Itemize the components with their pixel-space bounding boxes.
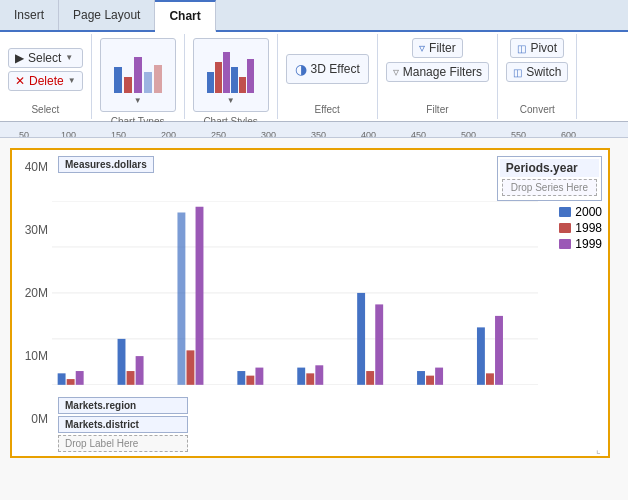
chart-bottom-labels: Markets.region Markets.district Drop Lab… [52, 393, 608, 456]
select-group-label: Select [31, 100, 59, 115]
ribbon-group-convert: ◫ Pivot ◫ Switch Convert [498, 34, 577, 119]
effect-group-label: Effect [314, 100, 339, 115]
legend-color-1999 [559, 239, 571, 249]
chart-container[interactable]: 40M 30M 20M 10M 0M Measures.dollars Peri… [10, 148, 610, 458]
ruler-mark-250: 250 [211, 130, 226, 139]
svg-rect-6 [215, 62, 222, 93]
legend-item-1999: 1999 [559, 237, 602, 251]
select-btn-col: ▶ Select ▼ ✕ Delete ▼ [8, 48, 83, 91]
svg-rect-5 [207, 72, 214, 93]
tab-page-layout[interactable]: Page Layout [59, 0, 155, 30]
svg-rect-31 [357, 293, 365, 385]
chart-styles-svg [204, 47, 258, 93]
chart-type-icon [111, 45, 165, 93]
ruler-mark-400: 400 [361, 130, 376, 139]
legend-item-1998: 1998 [559, 221, 602, 235]
effect-3d-button[interactable]: ◑ 3D Effect [286, 54, 369, 84]
svg-rect-1 [124, 77, 132, 93]
svg-rect-19 [118, 339, 126, 385]
resize-handle[interactable]: ⌞ [596, 444, 606, 454]
svg-rect-8 [231, 67, 238, 93]
select-dropdown-arrow: ▼ [65, 53, 73, 62]
svg-rect-7 [223, 52, 230, 93]
manage-filter-icon: ▿ [393, 65, 399, 79]
filter-icon: ▿ [419, 41, 425, 55]
svg-rect-29 [306, 373, 314, 384]
x-label-1: CENTRAL REGION-2 DISTRICT [143, 385, 151, 393]
svg-rect-30 [315, 365, 323, 385]
chart-main: Measures.dollars Periods.year Drop Serie… [52, 150, 608, 456]
switch-button[interactable]: ◫ Switch [506, 62, 568, 82]
ruler-mark-200: 200 [161, 130, 176, 139]
y-label-20m: 20M [25, 286, 48, 300]
legend-color-1998 [559, 223, 571, 233]
svg-rect-32 [366, 371, 374, 385]
svg-rect-39 [495, 316, 503, 385]
ruler-mark-50: 50 [19, 130, 29, 139]
pivot-button[interactable]: ◫ Pivot [510, 38, 564, 58]
tab-bar: Insert Page Layout Chart [0, 0, 628, 32]
markets-region-label: Markets.region [58, 397, 188, 414]
switch-icon: ◫ [513, 67, 522, 78]
ruler-mark-300: 300 [261, 130, 276, 139]
legend-item-2000: 2000 [559, 205, 602, 219]
3d-icon: ◑ [295, 61, 307, 77]
ruler-mark-550: 550 [511, 130, 526, 139]
svg-rect-16 [58, 373, 66, 384]
drop-series-zone[interactable]: Drop Series Here [502, 179, 597, 196]
markets-district-label: Markets.district [58, 416, 188, 433]
chart-types-button[interactable]: ▼ [100, 38, 176, 112]
legend-label-1998: 1998 [575, 221, 602, 235]
filter-content: ▿ Filter ▿ Manage Filters [386, 38, 489, 100]
y-label-0m: 0M [31, 412, 48, 426]
ribbon: ▶ Select ▼ ✕ Delete ▼ Select [0, 32, 628, 122]
bar-chart-icon-svg [111, 47, 165, 93]
y-label-30m: 30M [25, 223, 48, 237]
ruler-mark-100: 100 [61, 130, 76, 139]
svg-rect-24 [196, 207, 204, 385]
ribbon-group-filter: ▿ Filter ▿ Manage Filters Filter [378, 34, 498, 119]
bars-svg [52, 201, 538, 385]
filter-button[interactable]: ▿ Filter [412, 38, 463, 58]
drop-label-zone[interactable]: Drop Label Here [58, 435, 188, 452]
chart-styles-button[interactable]: ▼ [193, 38, 269, 112]
x-label-3: EASTERN DISTRICT [265, 385, 273, 393]
svg-rect-33 [375, 304, 383, 384]
period-box[interactable]: Periods.year Drop Series Here [497, 156, 602, 201]
svg-rect-38 [486, 373, 494, 384]
tab-chart[interactable]: Chart [155, 0, 215, 32]
period-label: Periods.year [500, 159, 599, 177]
y-label-10m: 10M [25, 349, 48, 363]
tab-insert[interactable]: Insert [0, 0, 59, 30]
ribbon-group-chart-styles: ▼ Chart Styles [185, 34, 278, 119]
x-label-6: SOUTHERN REGION-JACKSONVILLE DISTRICT [447, 385, 455, 393]
manage-filters-button[interactable]: ▿ Manage Filters [386, 62, 489, 82]
ruler: 50 100 150 200 250 300 350 400 450 500 5… [0, 122, 628, 138]
chart-area: 40M 30M 20M 10M 0M Measures.dollars Peri… [0, 138, 628, 500]
ribbon-group-chart-types: ▼ Chart Types [92, 34, 185, 119]
svg-rect-37 [477, 327, 485, 384]
chart-styles-icon [204, 45, 258, 93]
chart-styles-dropdown: ▼ [227, 96, 235, 105]
svg-rect-2 [134, 57, 142, 93]
legend-label-1999: 1999 [575, 237, 602, 251]
svg-rect-3 [144, 72, 152, 93]
ruler-mark-600: 600 [561, 130, 576, 139]
pivot-icon: ◫ [517, 43, 526, 54]
svg-rect-21 [136, 356, 144, 385]
select-button[interactable]: ▶ Select ▼ [8, 48, 83, 68]
svg-rect-20 [127, 371, 135, 385]
convert-content: ◫ Pivot ◫ Switch [506, 38, 568, 100]
svg-rect-18 [76, 371, 84, 385]
legend-color-2000 [559, 207, 571, 217]
svg-rect-23 [186, 350, 194, 384]
ribbon-group-effect: ◑ 3D Effect Effect [278, 34, 378, 119]
y-axis: 40M 30M 20M 10M 0M [12, 150, 52, 456]
delete-button[interactable]: ✕ Delete ▼ [8, 71, 83, 91]
svg-rect-0 [114, 67, 122, 93]
svg-rect-28 [297, 368, 305, 385]
filter-group-label: Filter [426, 100, 448, 115]
svg-rect-36 [435, 368, 443, 385]
x-label-2: CENTRAL REGION-YOUNGSTOWN DISTRICT [204, 385, 212, 393]
svg-rect-25 [237, 371, 245, 385]
